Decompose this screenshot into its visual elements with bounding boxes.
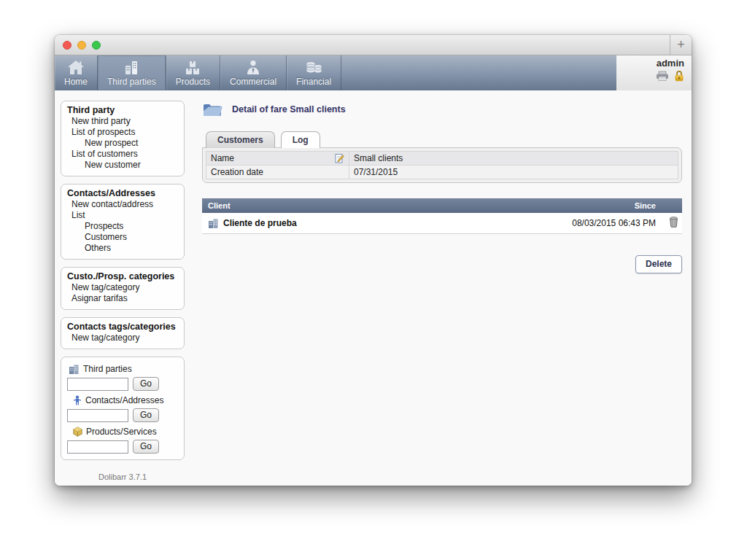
edit-name-button[interactable]: [335, 153, 344, 163]
table-row: Creation date 07/31/2015: [206, 166, 678, 179]
tab-log[interactable]: Log: [281, 131, 320, 148]
coins-icon: [305, 60, 323, 75]
field-label: Creation date: [206, 166, 349, 179]
navbar-spacer: [341, 55, 616, 90]
third-parties-search-input[interactable]: [67, 378, 128, 391]
content-area: Third party New third party List of pros…: [55, 90, 692, 486]
sidebar-item-new-contact-tag-category[interactable]: New tag/category: [67, 332, 178, 343]
search-group-label: Third parties: [83, 364, 132, 374]
sidebar-item-new-third-party[interactable]: New third party: [67, 116, 178, 127]
client-since-value: 08/03/2015 06:43 PM: [552, 213, 662, 234]
tabs-row: Customers Log: [202, 131, 682, 147]
tab-customers[interactable]: Customers: [206, 131, 275, 148]
left-sidebar: Third party New third party List of pros…: [61, 90, 185, 486]
minimize-window-button[interactable]: [77, 41, 86, 50]
column-header-actions: [662, 198, 682, 213]
field-label: Name: [211, 153, 234, 163]
nav-label: Third parties: [107, 77, 156, 87]
nav-tab-home[interactable]: Home: [55, 55, 98, 90]
remove-client-button[interactable]: [669, 217, 678, 228]
traffic-lights: [63, 41, 101, 50]
table-row: Name Small clients: [206, 152, 678, 166]
search-group-third-parties: Third parties: [69, 364, 178, 374]
window-titlebar: +: [55, 35, 692, 55]
menu-section-title: Contacts/Addresses: [67, 188, 178, 199]
menu-section-title: Custo./Prosp. categories: [67, 271, 178, 282]
edit-pencil-icon: [335, 153, 344, 163]
folder-icon: [202, 101, 222, 117]
sidebar-item-new-contact-address[interactable]: New contact/address: [67, 199, 178, 210]
field-value: 07/31/2015: [349, 166, 678, 179]
products-go-button[interactable]: Go: [133, 440, 159, 454]
boxes-icon: [185, 60, 201, 75]
print-icon[interactable]: [656, 71, 669, 81]
menu-section-title: Third party: [67, 105, 178, 116]
new-tab-button[interactable]: +: [670, 35, 692, 55]
quick-search-box: Third parties Go Contacts/Addresses: [61, 357, 185, 460]
nav-tab-commercial[interactable]: Commercial: [220, 55, 287, 90]
sidebar-item-new-prospect[interactable]: New prospect: [67, 138, 178, 149]
fare-fields-table: Name Small clients: [206, 151, 678, 179]
lock-logout-icon[interactable]: [674, 70, 684, 82]
app-version: Dolibarr 3.7.1: [61, 472, 185, 481]
page-title-row: Detail of fare Small clients: [202, 101, 682, 117]
product-cube-icon: [73, 427, 82, 437]
nav-label: Products: [176, 77, 210, 87]
sidebar-item-others[interactable]: Others: [67, 243, 178, 254]
company-icon: [69, 365, 80, 374]
browser-window: + Home Third parties Products: [55, 35, 692, 486]
nav-tab-financial[interactable]: Financial: [287, 55, 341, 90]
sidebar-item-new-tag-category[interactable]: New tag/category: [67, 282, 178, 293]
buildings-icon: [123, 60, 139, 75]
nav-tab-third-parties[interactable]: Third parties: [98, 55, 166, 90]
nav-tab-products[interactable]: Products: [166, 55, 220, 90]
column-header-since: Since: [552, 198, 662, 213]
contacts-go-button[interactable]: Go: [133, 408, 159, 422]
main-panel: Detail of fare Small clients Customers L…: [202, 90, 682, 486]
sidebar-item-new-customer[interactable]: New customer: [67, 160, 178, 171]
sidebar-item-list-of-customers[interactable]: List of customers: [67, 149, 178, 160]
nav-label: Home: [64, 77, 88, 87]
actions-row: Delete: [202, 255, 682, 273]
company-icon: [208, 219, 219, 228]
home-icon: [67, 60, 85, 75]
menu-section-third-party: Third party New third party List of pros…: [61, 101, 185, 176]
menu-section-title: Contacts tags/categories: [67, 322, 178, 332]
field-value: Small clients: [349, 152, 678, 166]
nav-label: Commercial: [230, 77, 276, 87]
nav-label: Financial: [296, 77, 331, 87]
table-row: Cliente de prueba 08/03/2015 06:43 PM: [202, 213, 682, 234]
contact-icon: [73, 395, 82, 405]
clients-table-header: Client Since: [202, 198, 682, 213]
products-search-input[interactable]: [67, 440, 128, 454]
menu-section-customer-categories: Custo./Prosp. categories New tag/categor…: [61, 267, 185, 310]
sidebar-item-list[interactable]: List: [67, 210, 178, 221]
page-background: + Home Third parties Products: [0, 0, 747, 560]
close-window-button[interactable]: [63, 41, 71, 50]
contacts-search-input[interactable]: [67, 409, 128, 422]
menu-section-contacts-addresses: Contacts/Addresses New contact/address L…: [61, 184, 185, 260]
menu-section-contact-tags: Contacts tags/categories New tag/categor…: [61, 317, 185, 349]
search-group-label: Products/Services: [86, 427, 157, 437]
person-tie-icon: [246, 60, 260, 75]
column-header-client: Client: [202, 198, 552, 213]
top-navbar: Home Third parties Products Commercial: [55, 55, 692, 90]
sidebar-item-list-of-prospects[interactable]: List of prospects: [67, 127, 178, 138]
fare-details-panel: Name Small clients: [202, 147, 682, 183]
logged-user-name: admin: [657, 58, 684, 69]
delete-button[interactable]: Delete: [635, 255, 682, 273]
third-parties-go-button[interactable]: Go: [133, 377, 159, 391]
search-group-contacts: Contacts/Addresses: [73, 395, 178, 405]
search-group-products: Products/Services: [73, 427, 178, 437]
sidebar-item-prospects[interactable]: Prospects: [67, 221, 178, 232]
user-panel: admin: [616, 55, 692, 90]
trash-icon: [669, 217, 678, 228]
client-name-link[interactable]: Cliente de prueba: [223, 218, 297, 228]
sidebar-item-asignar-tarifas[interactable]: Asignar tarifas: [67, 293, 178, 304]
clients-table: Client Since C: [202, 198, 682, 234]
zoom-window-button[interactable]: [92, 41, 101, 50]
search-group-label: Contacts/Addresses: [85, 395, 163, 405]
sidebar-item-customers[interactable]: Customers: [67, 232, 178, 243]
page-title: Detail of fare Small clients: [232, 104, 346, 114]
